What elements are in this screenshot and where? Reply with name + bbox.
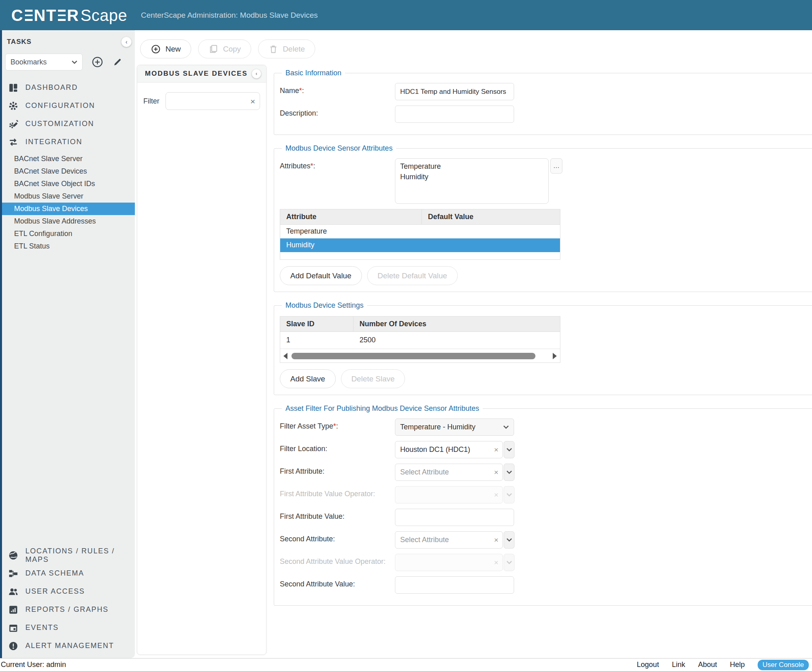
attributes-picker-button[interactable]: …: [550, 158, 562, 174]
subnav-item-modbus-slave-addresses[interactable]: Modbus Slave Addresses: [2, 215, 135, 228]
device-settings-section: Modbus Device Settings Slave ID Number O…: [274, 301, 812, 395]
column-header-attribute: Attribute: [280, 209, 422, 224]
link-link[interactable]: Link: [672, 661, 685, 669]
delete-default-value-button[interactable]: Delete Default Value: [367, 266, 458, 285]
nav-item-dashboard[interactable]: DASHBOARD: [2, 79, 135, 97]
description-row: Description:: [280, 106, 812, 123]
centerscape-logo: CNTRScape: [11, 7, 127, 23]
trash-icon: [269, 44, 278, 54]
clear-icon[interactable]: ×: [494, 446, 498, 454]
clear-icon[interactable]: ×: [494, 536, 498, 544]
clear-icon: ×: [494, 491, 498, 499]
nav-item-locations-rules-maps[interactable]: LOCATIONS / RULES / MAPS: [2, 546, 135, 564]
name-input[interactable]: [395, 83, 514, 100]
logo-e-bars-icon: [25, 10, 33, 21]
device-settings-legend: Modbus Device Settings: [282, 301, 367, 310]
second-attribute-value-input[interactable]: [395, 576, 514, 594]
first-attribute-label: First Attribute:: [280, 464, 395, 476]
subnav-item-bacnet-slave-server[interactable]: BACnet Slave Server: [2, 153, 135, 165]
first-attribute-dropdown-button[interactable]: [504, 464, 514, 481]
first-attribute-value-operator-box[interactable]: ×: [395, 486, 503, 503]
subnav-item-bacnet-slave-object-ids[interactable]: BACnet Slave Object IDs: [2, 178, 135, 190]
first-attribute-value-box[interactable]: Select Attribute×: [395, 464, 503, 481]
sidebar-collapse-button[interactable]: ‹: [121, 37, 132, 47]
subnav-item-modbus-slave-devices[interactable]: Modbus Slave Devices: [2, 203, 135, 215]
filter-location-value: Houston DC1 (HDC1): [400, 445, 491, 454]
add-default-value-button[interactable]: Add Default Value: [280, 266, 362, 285]
name-label: Name*:: [280, 83, 395, 95]
new-button[interactable]: New: [140, 39, 191, 58]
gear-pencil-icon: [8, 119, 19, 129]
nav-item-configuration[interactable]: CONFIGURATION: [2, 97, 135, 115]
chevron-down-icon: [506, 538, 512, 542]
panel-collapse-button[interactable]: ‹: [252, 69, 261, 79]
delete-slave-button[interactable]: Delete Slave: [341, 369, 405, 388]
user-console-button[interactable]: User Console: [758, 660, 809, 670]
first-attribute-value-operator-dropdown-button[interactable]: [504, 486, 514, 503]
slaves-table: Slave ID Number Of Devices 1 2500: [280, 316, 560, 363]
subnav-item-modbus-slave-server[interactable]: Modbus Slave Server: [2, 190, 135, 203]
scroll-left-arrow[interactable]: [283, 353, 287, 359]
nav-item-reports-graphs[interactable]: REPORTS / GRAPHS: [2, 601, 135, 619]
integration-subnav: BACnet Slave Server BACnet Slave Devices…: [2, 151, 135, 253]
about-link[interactable]: About: [698, 661, 717, 669]
asset-filter-legend: Asset Filter For Publishing Modbus Devic…: [282, 404, 483, 413]
table-row[interactable]: Temperature: [280, 225, 560, 238]
first-attribute-value-operator-combo: ×: [395, 486, 514, 503]
help-link[interactable]: Help: [730, 661, 745, 669]
subnav-item-bacnet-slave-devices[interactable]: BACnet Slave Devices: [2, 165, 135, 178]
description-label: Description:: [280, 106, 395, 118]
clear-icon[interactable]: ×: [494, 468, 498, 476]
slave-buttons: Add Slave Delete Slave: [280, 369, 812, 388]
second-attribute-value-row: Second Attribute Value:: [280, 576, 812, 594]
bookmarks-select[interactable]: Bookmarks: [5, 54, 83, 70]
second-attribute-dropdown-button[interactable]: [504, 531, 514, 549]
filter-location-dropdown-button[interactable]: [504, 441, 514, 458]
basic-information-section: Basic Information Name*: Description:: [274, 69, 812, 135]
chevron-down-icon: [72, 60, 77, 64]
second-attribute-value-box[interactable]: Select Attribute×: [395, 531, 503, 549]
bar-chart-icon: [8, 605, 19, 615]
second-attribute-value-operator-row: Second Attribute Value Operator: ×: [280, 554, 812, 571]
first-attribute-value-operator-row: First Attribute Value Operator: ×: [280, 486, 812, 503]
nav-item-alert-management[interactable]: ALERT MANAGEMENT: [2, 637, 135, 655]
table-row-selected[interactable]: Humidity: [280, 238, 560, 252]
scroll-right-arrow[interactable]: [553, 353, 557, 359]
toolbar: New Copy Delete: [135, 30, 812, 65]
logo-text: C: [11, 7, 24, 23]
nav-item-data-schema[interactable]: DATA SCHEMA: [2, 564, 135, 582]
table-row[interactable]: 1 2500: [280, 332, 560, 349]
nav-item-integration[interactable]: INTEGRATION: [2, 133, 135, 151]
attributes-textarea[interactable]: Temperature Humidity: [395, 158, 549, 204]
filter-label: Filter: [143, 97, 159, 106]
second-attribute-value-operator-dropdown-button[interactable]: [504, 554, 514, 571]
filter-asset-type-select[interactable]: Temperature - Humidity: [395, 418, 514, 436]
edit-bookmarks-button[interactable]: [112, 57, 123, 67]
copy-button[interactable]: Copy: [198, 39, 251, 58]
nav-item-customization[interactable]: CUSTOMIZATION: [2, 115, 135, 133]
subnav-item-etl-configuration[interactable]: ETL Configuration: [2, 228, 135, 240]
filter-asset-type-value: Temperature - Humidity: [400, 423, 475, 431]
subnav-item-etl-status[interactable]: ETL Status: [2, 240, 135, 253]
filter-location-value-box[interactable]: Houston DC1 (HDC1)×: [395, 441, 503, 458]
description-input[interactable]: [395, 106, 514, 123]
logout-link[interactable]: Logout: [637, 661, 659, 669]
add-slave-button[interactable]: Add Slave: [280, 369, 336, 388]
chevron-down-icon: [506, 470, 512, 474]
second-attribute-value-operator-box[interactable]: ×: [395, 554, 503, 571]
nav-item-events[interactable]: EVENTS: [2, 619, 135, 637]
plus-circle-icon: [151, 44, 161, 54]
copy-icon: [209, 44, 219, 54]
name-row: Name*:: [280, 83, 812, 100]
delete-button[interactable]: Delete: [258, 39, 315, 58]
nav-item-user-access[interactable]: USER ACCESS: [2, 582, 135, 601]
h-scrollbar-thumb[interactable]: [291, 353, 535, 359]
clear-filter-icon[interactable]: ×: [250, 97, 255, 106]
filter-input[interactable]: [165, 92, 260, 110]
default-value-buttons: Add Default Value Delete Default Value: [280, 266, 812, 285]
slaves-table-hscrollbar: [280, 349, 560, 362]
scrollbar-track[interactable]: [290, 353, 550, 359]
add-bookmark-button[interactable]: [91, 56, 103, 68]
arrows-swap-icon: [8, 137, 19, 147]
first-attribute-value-input[interactable]: [395, 509, 514, 526]
